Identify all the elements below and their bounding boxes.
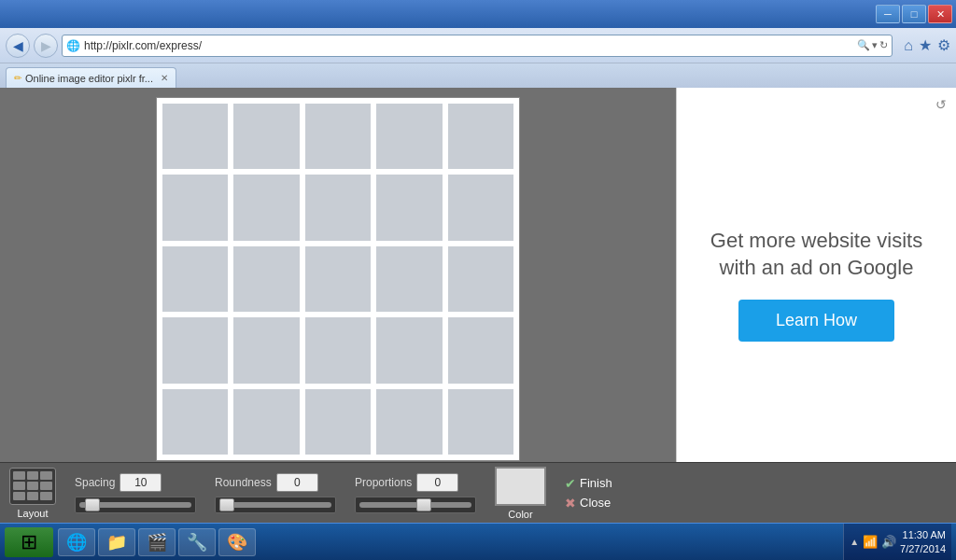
proportions-slider[interactable] (355, 497, 476, 513)
address-arrow-icon: ▾ (872, 39, 878, 51)
collage-cell (448, 246, 513, 312)
collage-cell (305, 389, 371, 455)
ad-refresh-icon[interactable]: ↺ (935, 97, 947, 112)
minimize-button[interactable]: ─ (876, 5, 900, 23)
proportions-thumb[interactable] (416, 498, 431, 511)
ad-panel: ↺ Get more website visits with an ad on … (676, 88, 956, 462)
toolbar-right: ⌂ ★ ⚙ (904, 36, 950, 54)
taskbar-items: 🌐 📁 🎬 🔧 🎨 (53, 528, 843, 556)
layout-grid-button[interactable] (9, 468, 56, 505)
taskbar-item-paint[interactable]: 🎨 (218, 528, 256, 556)
color-label: Color (508, 509, 532, 520)
address-input[interactable] (84, 39, 853, 52)
proportions-label: Proportions (355, 476, 412, 489)
window-controls: ─ □ ✕ (876, 5, 952, 23)
color-swatch[interactable] (495, 467, 546, 506)
address-bar-actions: 🔍 ▾ ↻ (857, 39, 888, 51)
tab-favicon: ✏ (14, 73, 21, 83)
maximize-button[interactable]: □ (902, 5, 926, 23)
collage-cell (233, 175, 299, 240)
collage-cell (305, 246, 371, 312)
ad-top-bar: ↺ (686, 97, 947, 112)
back-button[interactable]: ◀ (6, 34, 30, 58)
roundness-thumb[interactable] (219, 498, 234, 511)
tray-time-line1: 11:30 AM (900, 528, 946, 541)
tab-close-button[interactable]: ✕ (161, 73, 168, 83)
grid-cell (40, 482, 52, 490)
collage-cell (376, 389, 442, 455)
roundness-value: 0 (276, 473, 318, 492)
collage-cell (233, 317, 299, 383)
collage-cell (233, 389, 299, 455)
grid-cell (40, 471, 52, 480)
settings-button[interactable]: ⚙ (937, 36, 950, 54)
grid-cell (13, 471, 25, 480)
title-bar: ─ □ ✕ (0, 0, 956, 28)
x-icon: ✖ (565, 496, 576, 511)
roundness-control: Roundness 0 (215, 473, 336, 513)
grid-cell (27, 492, 39, 500)
browser-content: ↺ Get more website visits with an ad on … (0, 88, 956, 462)
taskbar-item-folder[interactable]: 📁 (98, 528, 135, 556)
spacing-value: 10 (120, 473, 162, 492)
collage-cell (305, 175, 371, 240)
tab-label: Online image editor pixlr fr... (25, 73, 153, 84)
grid-cell (13, 482, 25, 490)
tray-network-icon[interactable]: 📶 (863, 535, 878, 549)
grid-cell (40, 492, 52, 500)
spacing-label: Spacing (75, 476, 115, 489)
close-label: Close (580, 496, 611, 510)
tray-clock[interactable]: 11:30 AM 7/27/2014 (900, 528, 946, 555)
spacing-control: Spacing 10 (75, 473, 196, 513)
spacing-header-row: Spacing 10 (75, 473, 196, 492)
favorites-button[interactable]: ★ (919, 36, 932, 54)
spacing-slider[interactable] (75, 497, 196, 513)
roundness-slider[interactable] (215, 497, 336, 513)
ad-content: Get more website visits with an ad on Go… (686, 117, 947, 453)
tray-volume-icon[interactable]: 🔊 (881, 535, 896, 549)
collage-cell (448, 104, 513, 169)
tray-arrow[interactable]: ▲ (850, 537, 859, 547)
proportions-control: Proportions 0 (355, 473, 476, 513)
forward-button[interactable]: ▶ (34, 34, 58, 58)
collage-cell (448, 389, 513, 455)
collage-cell (233, 246, 299, 312)
taskbar: ⊞ 🌐 📁 🎬 🔧 🎨 ▲ 📶 🔊 11:30 AM 7/27/2014 (0, 523, 956, 560)
close-window-button[interactable]: ✕ (928, 5, 952, 23)
layout-control: Layout (9, 468, 56, 519)
collage-cell (162, 389, 228, 455)
collage-cell (448, 175, 513, 240)
collage-cell (162, 175, 228, 240)
home-button[interactable]: ⌂ (904, 37, 913, 54)
finish-button[interactable]: ✔ Finish (565, 476, 612, 491)
collage-cell (162, 317, 228, 383)
start-button[interactable]: ⊞ (5, 527, 53, 557)
collage-cell (233, 104, 299, 169)
collage-cell (448, 317, 513, 383)
taskbar-item-ie[interactable]: 🌐 (58, 528, 95, 556)
collage-cell (305, 104, 371, 169)
collage-cell (376, 317, 442, 383)
collage-cell (376, 246, 442, 312)
bottom-toolbar: Layout Spacing 10 Roundness 0 (0, 462, 956, 523)
taskbar-item-tool[interactable]: 🔧 (178, 528, 216, 556)
active-tab[interactable]: ✏ Online image editor pixlr fr... ✕ (6, 67, 176, 88)
address-lock-icon: 🌐 (66, 39, 80, 52)
collage-cell (305, 317, 371, 383)
finish-label: Finish (580, 476, 612, 490)
spacing-thumb[interactable] (85, 498, 100, 511)
tab-bar: ✏ Online image editor pixlr fr... ✕ (0, 63, 956, 88)
grid-cell (27, 471, 39, 480)
search-go-icon[interactable]: 🔍 (857, 39, 870, 51)
address-bar-container: 🌐 🔍 ▾ ↻ (62, 35, 893, 57)
learn-how-button[interactable]: Learn How (738, 300, 894, 342)
refresh-icon[interactable]: ↻ (879, 39, 888, 51)
roundness-track (219, 502, 331, 508)
close-button[interactable]: ✖ Close (565, 496, 612, 511)
tray-time-line2: 7/27/2014 (900, 542, 946, 555)
proportions-track (359, 502, 471, 508)
collage-cell (376, 104, 442, 169)
taskbar-item-media[interactable]: 🎬 (138, 528, 176, 556)
ad-headline: Get more website visits with an ad on Go… (705, 228, 928, 281)
collage-cell (376, 175, 442, 240)
